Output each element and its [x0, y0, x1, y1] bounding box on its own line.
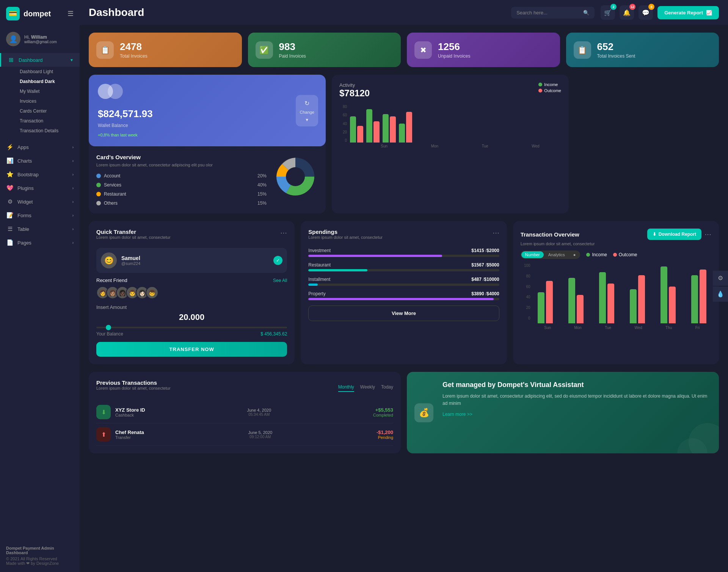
generate-report-button[interactable]: Generate Report 📈 [657, 6, 719, 19]
tx-date-1: June 4, 2020 [150, 408, 369, 412]
change-label: Change [300, 110, 314, 114]
tx-amount-2: -$1,200 [377, 429, 393, 435]
restaurant-amounts: $1567 /$5000 [471, 262, 499, 268]
quick-transfer-subtitle: Lorem ipsum dolor sit amet, consectetur [96, 235, 171, 240]
sidebar-label-pages: Pages [17, 240, 31, 246]
search-input[interactable] [516, 10, 580, 16]
spending-installment: Installment $487 /$10000 [308, 277, 499, 286]
tx-income-tue [599, 272, 606, 323]
spending-items: Investment $1415 /$2000 Resta [308, 248, 499, 300]
fixed-settings-button[interactable]: ⚙ [713, 271, 728, 286]
user-profile: 👤 Hi, William william@gmail.com [0, 27, 80, 51]
plugins-icon: 💖 [6, 185, 14, 191]
nav-sub-item-my-wallet[interactable]: My Wallet [14, 86, 80, 96]
wallet-label: Wallet Balance [98, 123, 317, 128]
card-overview-data: Card's Overview Lorem ipsum dolor sit am… [96, 154, 267, 206]
restaurant-progress [308, 269, 499, 271]
logo-text: dompet [24, 9, 51, 18]
tx-tab-monthly[interactable]: Monthly [338, 384, 354, 392]
bar-income-wed [399, 124, 405, 143]
bar-day-mon [366, 109, 380, 143]
sidebar-item-apps[interactable]: ⚡ Apps › [0, 140, 80, 154]
tx-type-1: Cashback [115, 413, 145, 417]
spendings-menu-icon[interactable]: ⋯ [493, 229, 499, 237]
property-fill [308, 298, 493, 300]
dashboard-icon: ⊞ [7, 56, 15, 63]
chevron-right-icon: › [72, 159, 74, 163]
download-report-button[interactable]: ⬇ Download Report [647, 229, 701, 240]
cart-button[interactable]: 🛒 2 [601, 5, 615, 20]
sent-invoices-number: 652 [597, 41, 635, 53]
services-label: Services [104, 182, 254, 188]
chevron-right-icon: › [72, 227, 74, 231]
bottom-row: Quick Transfer Lorem ipsum dolor sit ame… [89, 221, 719, 364]
pages-icon: 📄 [6, 239, 14, 246]
tx-menu-icon[interactable]: ⋯ [704, 230, 711, 238]
bar-outcome-tue [390, 116, 396, 143]
account-label: Account [104, 173, 254, 179]
tx-bar-wed [624, 275, 650, 323]
search-icon[interactable]: 🔍 [583, 10, 589, 16]
tx-tab-weekly[interactable]: Weekly [360, 384, 375, 392]
fixed-theme-button[interactable]: 💧 [713, 287, 728, 302]
investment-progress [308, 255, 499, 257]
spending-property: Property $3890 /$4000 [308, 291, 499, 300]
paid-invoices-icon: ✅ [256, 41, 273, 59]
stat-info-sent: 652 Total Invoices Sent [597, 41, 635, 59]
nav-sub-item-transaction-details[interactable]: Transaction Details [14, 126, 80, 136]
transfer-now-button[interactable]: TRANSFER NOW [96, 342, 287, 357]
sidebar-item-charts[interactable]: 📊 Charts › [0, 154, 80, 168]
previous-transactions: Previous Transactions Lorem ipsum dolor … [89, 372, 401, 453]
activity-legend: Income Outcome [538, 82, 561, 93]
account-dot [96, 174, 101, 178]
y-100: 100 [521, 263, 530, 268]
slider-wrap[interactable] [96, 327, 287, 328]
nav-sub-item-dashboard-light[interactable]: Dashboard Light [14, 67, 80, 77]
nav-sub-item-transaction[interactable]: Transaction [14, 116, 80, 126]
slider-thumb [106, 325, 111, 330]
toggle-analytics[interactable]: Analytics [544, 251, 569, 258]
sidebar-item-table[interactable]: ☰ Table › [0, 222, 80, 236]
bell-button[interactable]: 🔔 12 [620, 5, 634, 20]
quick-transfer-title: Quick Transfer [96, 229, 171, 235]
sent-invoices-label: Total Invoices Sent [597, 53, 635, 59]
avatar: 👤 [6, 32, 20, 46]
sidebar-item-bootstrap[interactable]: ⭐ Bootstrap › [0, 168, 80, 181]
quick-transfer-menu-icon[interactable]: ⋯ [280, 229, 287, 237]
overview-items: Account 20% Services 40% [96, 173, 267, 206]
wallet-change-value: +0,8% than last week [98, 133, 138, 137]
nav-sub-item-cards-center[interactable]: Cards Center [14, 106, 80, 116]
sidebar-item-dashboard[interactable]: ⊞ Dashboard ▼ [0, 53, 80, 67]
person-avatar: 😊 [101, 252, 117, 268]
stat-card-sent-invoices: 📋 652 Total Invoices Sent [566, 33, 719, 67]
restaurant-dot [96, 192, 101, 196]
sidebar-item-forms[interactable]: 📝 Forms › [0, 208, 80, 222]
tx-income-wed [630, 289, 637, 323]
sidebar-item-widget[interactable]: ⚙ Widget › [0, 195, 80, 208]
spending-restaurant-meta: Restaurant $1567 /$5000 [308, 262, 499, 268]
nav-sub-item-dashboard-dark[interactable]: Dashboard Dark [14, 77, 80, 86]
see-more-link[interactable]: See All [273, 278, 287, 283]
sidebar-item-plugins[interactable]: 💖 Plugins › [0, 181, 80, 195]
wallet-change-button[interactable]: ↻ Change ▼ [296, 95, 318, 126]
sidebar-item-pages[interactable]: 📄 Pages › [0, 236, 80, 249]
table-row: ⬇ XYZ Store ID Cashback June 4, 2020 05:… [96, 401, 393, 423]
spendings-title: Spendings [308, 229, 383, 235]
chat-button[interactable]: 💬 8 [639, 5, 653, 20]
view-more-button[interactable]: View More [308, 306, 499, 321]
va-icon: 💰 [414, 403, 433, 422]
tx-bar-tue [594, 272, 619, 323]
tx-tab-today[interactable]: Today [381, 384, 393, 392]
search-box[interactable]: 🔍 [511, 7, 595, 19]
tx-outcome-thu [669, 287, 676, 323]
balance-row: Your Balance $ 456,345.62 [96, 331, 287, 337]
prev-tx-subtitle: Lorem ipsum dolor sit amet, consectetur [96, 386, 171, 390]
stat-info-unpaid: 1256 Unpaid Invoices [438, 41, 470, 59]
tx-legend-outcome: Outcome [613, 252, 637, 257]
toggle-number[interactable]: Number [521, 251, 544, 258]
nav-sub-item-invoices[interactable]: Invoices [14, 96, 80, 106]
hamburger-icon[interactable]: ☰ [67, 9, 74, 18]
tx-list: ⬇ XYZ Store ID Cashback June 4, 2020 05:… [96, 401, 393, 446]
tx-outcome-wed [638, 275, 645, 323]
va-learn-more-link[interactable]: Learn more >> [442, 412, 710, 417]
